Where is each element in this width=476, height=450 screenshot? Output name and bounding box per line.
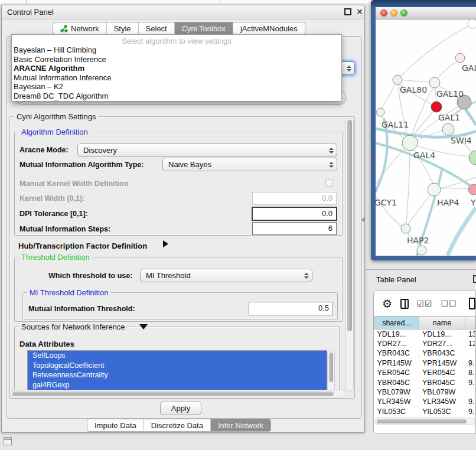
tab-label: Discretize Data — [151, 421, 203, 430]
mi-type-combobox[interactable]: Naive Bayes — [162, 158, 337, 171]
data-attribute-item[interactable]: gal4RGexp — [28, 380, 327, 390]
chrome-divider — [220, 0, 220, 4]
tab-infer-network[interactable]: Infer Network — [211, 419, 270, 431]
table-row[interactable]: YPR145WYPR145W9. — [374, 358, 475, 368]
algorithm-option[interactable]: Dream8 DC_TDC Algorithm — [12, 92, 341, 101]
apply-button[interactable]: Apply — [160, 402, 201, 415]
settings-hscrollbar[interactable] — [11, 390, 346, 397]
algorithm-popup-placeholder: Select algorithm to view settings — [12, 35, 341, 45]
data-attribute-item[interactable]: TopologicalCoefficient — [28, 361, 327, 371]
table-row[interactable]: YBL079WYBL079W — [374, 387, 475, 397]
control-panel-titlebar — [2, 5, 364, 19]
algorithm-option[interactable]: Mutual Information Inference — [12, 73, 341, 83]
tab-style[interactable]: Style — [107, 22, 139, 34]
table-cell: YLR345W — [374, 397, 419, 406]
algorithm-option[interactable]: Bayesian – K2 — [12, 82, 341, 92]
gear-icon[interactable]: ⚙ — [382, 297, 392, 311]
table-cell: YDR27... — [374, 339, 419, 348]
manual-kernel-label: Manual Kernel Width Definition — [19, 180, 129, 188]
hub-section-label[interactable]: Hub/Transcription Factor Definition — [18, 242, 147, 250]
dpi-tolerance-label: DPI Tolerance [0,1]: — [19, 210, 88, 218]
network-node-label: GAL4 — [413, 151, 435, 160]
column-header-shared[interactable]: shared... — [374, 317, 419, 330]
columns-icon[interactable] — [400, 299, 408, 309]
table-row[interactable]: YBR043CYBR043C — [374, 348, 475, 358]
table-cell: YDR27... — [419, 339, 465, 348]
table-row[interactable]: YDR27...YDR27...12 — [374, 339, 475, 348]
kernel-width-label: Kernel Width (0,1): — [19, 194, 84, 203]
settings-vscrollbar-thumb[interactable] — [347, 120, 352, 331]
dock-window-icon[interactable] — [4, 437, 12, 445]
checked-pair-icon[interactable]: ☑☑ — [417, 299, 433, 308]
table-cell: 9. — [465, 407, 475, 416]
network-node-label: HAP2 — [407, 236, 429, 245]
expand-arrow-icon[interactable] — [163, 240, 168, 247]
unchecked-pair-icon[interactable]: ☐☐ — [441, 299, 457, 308]
close-traffic-icon[interactable] — [380, 9, 387, 17]
list-scrollbar-thumb[interactable] — [329, 353, 333, 382]
network-node-label: GAL11 — [382, 120, 409, 129]
table-row[interactable]: YDL19...YDL19...13 — [374, 330, 475, 339]
bottom-tabbar: Impute DataDiscretize DataInfer Network — [87, 419, 271, 432]
page-icon[interactable] — [469, 298, 475, 309]
sources-group-title: Sources for Network Inference — [19, 322, 128, 331]
network-canvas[interactable]: GAL80GAL10GAL11GAL1SWI4GAL4GCY1HAP4YHAP2… — [376, 19, 476, 256]
network-node-label: GAL1 — [438, 113, 460, 122]
data-attribute-item[interactable]: SelfLoops — [28, 351, 327, 361]
aracne-mode-combobox[interactable]: Discovery — [77, 144, 337, 157]
table-cell: YER054C — [374, 368, 419, 377]
table-row[interactable]: YIL053CYIL053C9. — [374, 407, 475, 416]
minimize-traffic-icon[interactable] — [390, 9, 397, 17]
zoom-traffic-icon[interactable] — [400, 9, 407, 17]
tab-network[interactable]: Network — [53, 22, 107, 34]
tab-cyni-toolbox[interactable]: Cyni Toolbox — [175, 22, 233, 34]
table-panel-float-icon[interactable] — [473, 275, 476, 283]
tab-label: jActiveMNodules — [240, 24, 298, 33]
manual-kernel-checkbox[interactable] — [325, 179, 333, 187]
network-icon — [60, 25, 68, 32]
aracne-mode-value: Discovery — [78, 146, 326, 155]
table-cell: 8. — [465, 368, 475, 377]
collapse-arrow-icon[interactable] — [139, 324, 148, 330]
table-cell: YBR043C — [419, 348, 465, 358]
application-screen: Control Panel ✕ NetworkStyleSelectCyni T… — [0, 0, 476, 450]
which-threshold-combobox[interactable]: MI Threshold — [140, 269, 312, 282]
node-table: shared... name YDL19...YDL19...13YDR27..… — [374, 316, 475, 416]
table-cell: YDL19... — [374, 330, 419, 339]
data-attributes-list[interactable]: SelfLoopsTopologicalCoefficientBetweenne… — [27, 350, 327, 393]
algorithm-option[interactable]: Bayesian – Hill Climbing — [12, 45, 341, 55]
column-header-clipped[interactable] — [465, 317, 475, 330]
table-hscrollbar-thumb[interactable] — [377, 419, 467, 423]
tab-jactivemnodules[interactable]: jActiveMNodules — [233, 22, 305, 34]
table-row[interactable]: YER054CYER054C8. — [374, 368, 475, 377]
table-cell: YBL079W — [419, 387, 465, 397]
table-row[interactable]: YLR345WYLR345W9. — [374, 397, 475, 406]
algorithm-option[interactable]: Basic Correlation Inference — [12, 55, 341, 64]
float-window-icon[interactable] — [344, 8, 351, 15]
dpi-tolerance-field[interactable]: 0.0 — [252, 207, 337, 221]
mi-steps-field[interactable]: 6 — [252, 222, 337, 235]
tab-discretize-data[interactable]: Discretize Data — [144, 419, 211, 431]
algorithm-popup: Select algorithm to view settings Bayesi… — [11, 34, 342, 102]
kernel-width-field[interactable]: 0.0 — [252, 192, 337, 205]
mi-threshold-field[interactable]: 0.5 — [249, 302, 333, 315]
table-cell — [465, 348, 475, 358]
table-cell: YDL19... — [419, 330, 465, 339]
network-node-label: SWI4 — [451, 136, 472, 145]
data-attributes-label: Data Attributes — [19, 340, 74, 348]
table-hscrollbar[interactable] — [375, 418, 475, 425]
data-attribute-item[interactable]: BetweennessCentrality — [28, 370, 327, 380]
table-row[interactable]: YBR045CYBR045C9. — [374, 377, 475, 387]
table-cell: 13 — [465, 330, 475, 339]
table-cell: YIL053C — [374, 407, 419, 416]
tab-select[interactable]: Select — [139, 22, 175, 34]
column-header-name[interactable]: name — [419, 317, 465, 330]
table-cell: 9. — [465, 358, 475, 368]
settings-hscrollbar-thumb[interactable] — [12, 392, 334, 396]
close-icon[interactable]: ✕ — [356, 7, 363, 17]
algorithm-option[interactable]: ARACNE Algorithm — [12, 64, 341, 73]
tab-impute-data[interactable]: Impute Data — [87, 419, 144, 431]
settings-vscrollbar[interactable] — [345, 118, 354, 392]
panel-splitter-arrow[interactable] — [361, 217, 365, 223]
list-scrollbar[interactable] — [327, 350, 335, 393]
